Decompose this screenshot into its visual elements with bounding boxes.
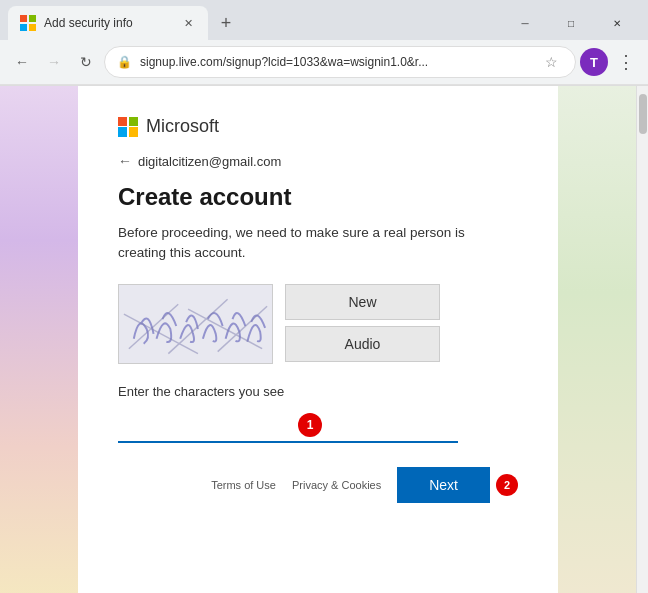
svg-rect-1 <box>29 15 36 22</box>
minimize-button[interactable]: ─ <box>502 8 548 38</box>
browser-tab[interactable]: Add security info ✕ <box>8 6 208 40</box>
next-button-wrap: Next 2 <box>397 467 518 503</box>
next-button[interactable]: Next <box>397 467 490 503</box>
captcha-input[interactable] <box>118 407 458 443</box>
step-badge-1: 1 <box>298 413 322 437</box>
new-tab-button[interactable]: + <box>212 9 240 37</box>
ms-logo-red <box>118 117 127 126</box>
page-heading: Create account <box>118 183 518 211</box>
svg-rect-2 <box>20 24 27 31</box>
scrollbar-thumb[interactable] <box>639 94 647 134</box>
lock-icon: 🔒 <box>117 55 132 69</box>
terms-link[interactable]: Terms of Use <box>211 479 276 491</box>
page-description: Before proceeding, we need to make sure … <box>118 223 498 264</box>
back-email-link[interactable]: ← digitalcitizen@gmail.com <box>118 153 518 169</box>
address-text: signup.live.com/signup?lcid=1033&wa=wsig… <box>140 55 531 69</box>
back-arrow-icon: ← <box>118 153 132 169</box>
tab-title: Add security info <box>44 16 172 30</box>
maximize-button[interactable]: □ <box>548 8 594 38</box>
address-bar[interactable]: 🔒 signup.live.com/signup?lcid=1033&wa=ws… <box>104 46 576 78</box>
bottom-bar: Terms of Use Privacy & Cookies Next 2 <box>118 467 518 503</box>
captcha-area: New Audio <box>118 284 518 364</box>
ms-logo-blue <box>118 127 127 136</box>
tab-close-button[interactable]: ✕ <box>180 15 196 31</box>
browser-menu-button[interactable]: ⋮ <box>612 48 640 76</box>
email-username: digitalcitizen <box>138 154 209 169</box>
captcha-input-row: 1 <box>118 407 518 443</box>
email-domain: @gmail.com <box>209 154 281 169</box>
left-decorative-panel <box>0 86 78 593</box>
ms-logo-yellow <box>129 127 138 136</box>
reload-button[interactable]: ↻ <box>72 48 100 76</box>
right-decorative-panel <box>558 86 636 593</box>
close-button[interactable]: ✕ <box>594 8 640 38</box>
svg-rect-3 <box>29 24 36 31</box>
forward-button[interactable]: → <box>40 48 68 76</box>
back-button[interactable]: ← <box>8 48 36 76</box>
main-content: Microsoft ← digitalcitizen@gmail.com Cre… <box>78 86 558 593</box>
privacy-link[interactable]: Privacy & Cookies <box>292 479 381 491</box>
scrollbar[interactable] <box>636 86 648 593</box>
profile-button[interactable]: T <box>580 48 608 76</box>
microsoft-logo: Microsoft <box>118 116 518 137</box>
ms-logo-green <box>129 117 138 126</box>
captcha-buttons: New Audio <box>285 284 440 362</box>
svg-rect-0 <box>20 15 27 22</box>
tab-favicon <box>20 15 36 31</box>
step-badge-2: 2 <box>496 474 518 496</box>
input-label: Enter the characters you see <box>118 384 518 399</box>
ms-logo-grid <box>118 117 138 137</box>
captcha-audio-button[interactable]: Audio <box>285 326 440 362</box>
captcha-new-button[interactable]: New <box>285 284 440 320</box>
captcha-image <box>118 284 273 364</box>
microsoft-brand-text: Microsoft <box>146 116 219 137</box>
bookmark-icon[interactable]: ☆ <box>539 50 563 74</box>
email-display: digitalcitizen@gmail.com <box>138 154 281 169</box>
